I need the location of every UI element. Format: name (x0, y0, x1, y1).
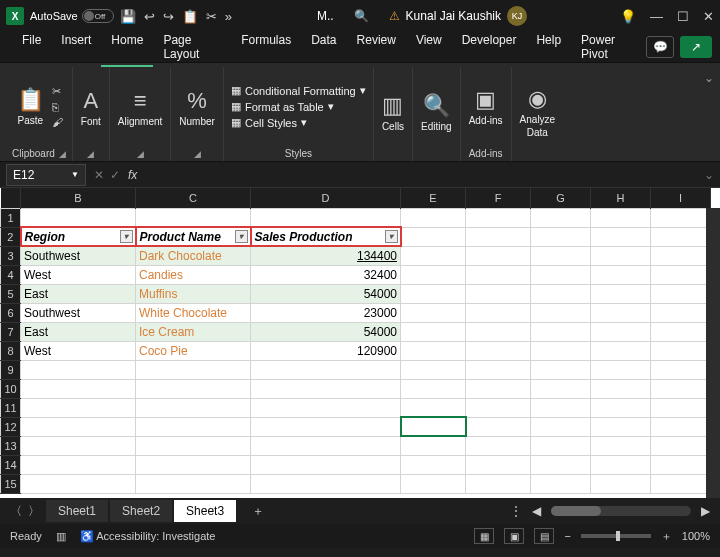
table-cell[interactable]: 134400 (251, 246, 401, 265)
lightbulb-icon[interactable]: 💡 (620, 9, 636, 24)
table-cell[interactable]: 54000 (251, 322, 401, 341)
cell-styles-button[interactable]: ▦Cell Styles ▾ (231, 116, 366, 129)
undo-icon[interactable]: ↩ (144, 9, 155, 24)
comments-button[interactable]: 💬 (646, 36, 674, 58)
page-layout-view-button[interactable]: ▣ (504, 528, 524, 544)
minimize-icon[interactable]: — (650, 9, 663, 24)
more-icon[interactable]: » (225, 9, 232, 24)
table-cell[interactable]: White Chocolate (136, 303, 251, 322)
filter-icon[interactable]: ▾ (385, 230, 398, 243)
toggle-off-icon[interactable]: Off (82, 9, 114, 23)
table-cell[interactable]: 120900 (251, 341, 401, 360)
table-cell[interactable]: Ice Cream (136, 322, 251, 341)
col-header-I[interactable]: I (651, 188, 711, 208)
tab-help[interactable]: Help (526, 27, 571, 67)
number-button[interactable]: %Number (177, 86, 217, 129)
table-header-region[interactable]: Region▾ (21, 227, 136, 246)
col-header-C[interactable]: C (136, 188, 251, 208)
paste-button[interactable]: 📋 Paste (15, 85, 46, 128)
table-cell[interactable]: Dark Chocolate (136, 246, 251, 265)
cut-icon[interactable]: ✂ (206, 9, 217, 24)
col-header-G[interactable]: G (531, 188, 591, 208)
cancel-icon[interactable]: ✕ (94, 168, 104, 182)
dialog-launcher-icon[interactable]: ◢ (137, 149, 144, 159)
prev-sheet-icon[interactable]: 〈 (10, 503, 22, 520)
table-cell[interactable]: Southwest (21, 246, 136, 265)
tab-developer[interactable]: Developer (452, 27, 527, 67)
row-header-15[interactable]: 15 (1, 474, 21, 493)
tab-formulas[interactable]: Formulas (231, 27, 301, 67)
table-cell[interactable]: West (21, 341, 136, 360)
alignment-button[interactable]: ≡Alignment (116, 86, 164, 129)
formula-input[interactable] (143, 164, 698, 186)
enter-icon[interactable]: ✓ (110, 168, 120, 182)
format-as-table-button[interactable]: ▦Format as Table ▾ (231, 100, 366, 113)
scroll-left-icon[interactable]: ◀ (532, 504, 541, 518)
table-header-sales-production[interactable]: Sales Production▾ (251, 227, 401, 246)
tab-insert[interactable]: Insert (51, 27, 101, 67)
zoom-in-button[interactable]: ＋ (661, 529, 672, 544)
table-cell[interactable]: East (21, 284, 136, 303)
tab-file[interactable]: File (12, 27, 51, 67)
editing-button[interactable]: 🔍Editing (419, 91, 454, 134)
table-cell[interactable]: 23000 (251, 303, 401, 322)
selected-cell[interactable] (401, 417, 466, 436)
table-cell[interactable]: East (21, 322, 136, 341)
sheet-tab-sheet1[interactable]: Sheet1 (46, 500, 108, 522)
analyze-data-button[interactable]: ◉AnalyzeData (518, 84, 558, 140)
tab-data[interactable]: Data (301, 27, 346, 67)
page-break-view-button[interactable]: ▤ (534, 528, 554, 544)
row-header-12[interactable]: 12 (1, 417, 21, 436)
row-header-5[interactable]: 5 (1, 284, 21, 303)
row-header-1[interactable]: 1 (1, 208, 21, 227)
tab-options-icon[interactable]: ⋮ (510, 504, 522, 518)
table-cell[interactable]: Southwest (21, 303, 136, 322)
expand-formula-bar-icon[interactable]: ⌄ (698, 168, 720, 182)
row-header-6[interactable]: 6 (1, 303, 21, 322)
table-header-product-name[interactable]: Product Name▾ (136, 227, 251, 246)
addins-button[interactable]: ▣Add-ins (467, 85, 505, 128)
table-cell[interactable]: West (21, 265, 136, 284)
tab-review[interactable]: Review (347, 27, 406, 67)
autosave-toggle[interactable]: AutoSave Off (30, 9, 114, 23)
row-header-9[interactable]: 9 (1, 360, 21, 379)
share-button[interactable]: ↗ (680, 36, 712, 58)
filter-icon[interactable]: ▾ (235, 230, 248, 243)
table-cell[interactable]: Coco Pie (136, 341, 251, 360)
new-sheet-button[interactable]: ＋ (242, 503, 274, 520)
paste-icon[interactable]: 📋 (182, 9, 198, 24)
normal-view-button[interactable]: ▦ (474, 528, 494, 544)
sheet-tab-sheet2[interactable]: Sheet2 (110, 500, 172, 522)
zoom-slider[interactable] (581, 534, 651, 538)
maximize-icon[interactable]: ☐ (677, 9, 689, 24)
col-header-E[interactable]: E (401, 188, 466, 208)
dialog-launcher-icon[interactable]: ◢ (59, 149, 66, 159)
table-cell[interactable]: Candies (136, 265, 251, 284)
format-painter-icon[interactable]: 🖌 (52, 116, 63, 128)
font-button[interactable]: AFont (79, 86, 103, 129)
search-icon[interactable]: 🔍 (354, 9, 369, 23)
conditional-formatting-button[interactable]: ▦Conditional Formatting ▾ (231, 84, 366, 97)
row-header-2[interactable]: 2 (1, 227, 21, 246)
avatar[interactable]: KJ (507, 6, 527, 26)
chevron-down-icon[interactable]: ▼ (71, 170, 79, 179)
tab-home[interactable]: Home (101, 27, 153, 67)
row-header-11[interactable]: 11 (1, 398, 21, 417)
close-icon[interactable]: ✕ (703, 9, 714, 24)
redo-icon[interactable]: ↪ (163, 9, 174, 24)
row-header-10[interactable]: 10 (1, 379, 21, 398)
table-cell[interactable]: Muffins (136, 284, 251, 303)
row-header-14[interactable]: 14 (1, 455, 21, 474)
table-cell[interactable]: 32400 (251, 265, 401, 284)
collapse-ribbon-icon[interactable]: ⌄ (704, 71, 714, 85)
user-area[interactable]: ⚠ Kunal Jai Kaushik KJ (389, 6, 527, 26)
save-icon[interactable]: 💾 (120, 9, 136, 24)
name-box[interactable]: E12 ▼ (6, 164, 86, 186)
cells-button[interactable]: ▥Cells (380, 91, 406, 134)
sheet-tab-sheet3[interactable]: Sheet3 (174, 500, 236, 522)
zoom-out-button[interactable]: − (564, 530, 570, 542)
spreadsheet-grid[interactable]: BCDEFGHI12Region▾Product Name▾Sales Prod… (0, 188, 720, 498)
vertical-scrollbar[interactable] (706, 208, 720, 498)
tab-power-pivot[interactable]: Power Pivot (571, 27, 646, 67)
table-cell[interactable]: 54000 (251, 284, 401, 303)
